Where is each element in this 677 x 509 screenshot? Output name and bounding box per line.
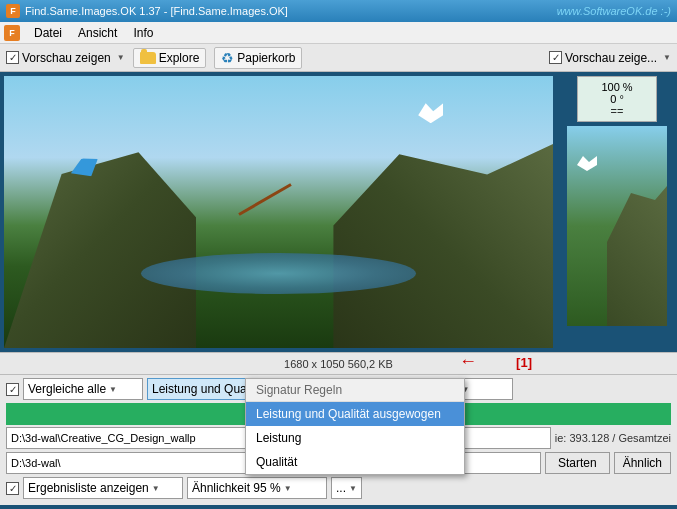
folder-icon: [140, 52, 156, 64]
water-element: [141, 253, 416, 294]
dropdown-menu-container: Signatur Regeln Leistung und Qualität au…: [245, 378, 465, 475]
fantasy-background: [4, 76, 553, 348]
extra-dropdown[interactable]: ... ▼: [331, 477, 362, 499]
dropdown-item-1[interactable]: Leistung: [246, 426, 464, 450]
counter-label: ie: 393.128 / Gesamtzei: [555, 432, 671, 444]
ergebnisliste-dropdown[interactable]: Ergebnisliste anzeigen ▼: [23, 477, 183, 499]
preview-arrow2[interactable]: ▼: [663, 53, 671, 62]
app-title: Find.Same.Images.OK 1.37 - [Find.Same.Im…: [25, 5, 557, 17]
recycle-button[interactable]: ♻ Papierkorb: [214, 47, 302, 69]
extra-value: ...: [336, 481, 346, 495]
preview-right-bird: [577, 156, 597, 171]
bird-seagull: [418, 103, 443, 123]
title-bar: F Find.Same.Images.OK 1.37 - [Find.Same.…: [0, 0, 677, 22]
explore-label: Explore: [159, 51, 200, 65]
aehnlich-button[interactable]: Ähnlich: [614, 452, 671, 474]
preview-check-left[interactable]: ✓ Vorschau zeigen ▼: [6, 51, 125, 65]
preview-label: Vorschau zeigen: [22, 51, 111, 65]
zoom-degrees: 0 °: [586, 93, 648, 105]
menu-info[interactable]: Info: [125, 24, 161, 42]
rock-right: [333, 144, 553, 348]
recycle-icon: ♻: [221, 50, 234, 66]
preview-left: [0, 72, 557, 352]
vergleiche-value: Vergleiche alle: [28, 382, 106, 396]
ergebnisliste-value: Ergebnisliste anzeigen: [28, 481, 149, 495]
aehnlichkeit-dropdown[interactable]: Ähnlichkeit 95 % ▼: [187, 477, 327, 499]
recycle-label: Papierkorb: [237, 51, 295, 65]
dropdown-menu: Signatur Regeln Leistung und Qualität au…: [245, 378, 465, 475]
zoom-equals: ==: [586, 105, 648, 117]
vergleiche-arrow: ▼: [109, 385, 117, 394]
image-dimensions: 1680 x 1050 560,2 KB: [284, 358, 393, 370]
preview-check-right[interactable]: ✓ Vorschau zeige... ▼: [549, 51, 671, 65]
preview-right-image: [567, 126, 667, 326]
aehnlichkeit-value: Ähnlichkeit 95 %: [192, 481, 281, 495]
watermark: www.SoftwareOK.de :-): [557, 5, 671, 17]
preview-right-bg: [567, 126, 667, 326]
toolbar: ✓ Vorschau zeigen ▼ Explore ♻ Papierkorb…: [0, 44, 677, 72]
menu-ansicht[interactable]: Ansicht: [70, 24, 125, 42]
preview-checkbox[interactable]: ✓: [6, 51, 19, 64]
app-icon: F: [6, 4, 20, 18]
spear-element: [238, 184, 291, 217]
vergleiche-check[interactable]: ✓: [6, 383, 19, 396]
image-container-left: [4, 76, 553, 348]
ergebnisliste-arrow: ▼: [152, 484, 160, 493]
aehnlichkeit-arrow: ▼: [284, 484, 292, 493]
ergebnisliste-checkbox[interactable]: ✓: [6, 482, 19, 495]
preview-label2: Vorschau zeige...: [565, 51, 657, 65]
extra-arrow: ▼: [349, 484, 357, 493]
dropdown-menu-header: Signatur Regeln: [246, 379, 464, 402]
explore-button[interactable]: Explore: [133, 48, 207, 68]
menu-datei[interactable]: Datei: [26, 24, 70, 42]
vergleiche-checkbox[interactable]: ✓: [6, 383, 19, 396]
bracket-label: [1]: [516, 355, 532, 370]
rock-left: [4, 130, 196, 348]
preview-arrow[interactable]: ▼: [117, 53, 125, 62]
vergleiche-dropdown[interactable]: Vergleiche alle ▼: [23, 378, 143, 400]
ergebnisliste-check[interactable]: ✓: [6, 482, 19, 495]
menu-app-icon: F: [4, 25, 20, 41]
image-info-bar: 1680 x 1050 560,2 KB ← [1]: [0, 352, 677, 374]
controls-row-4: ✓ Ergebnisliste anzeigen ▼ Ähnlichkeit 9…: [6, 477, 671, 499]
dropdown-item-0[interactable]: Leistung und Qualität ausgewogen: [246, 402, 464, 426]
fantasy-image-left: [4, 76, 553, 348]
main-content: 100 % 0 ° ==: [0, 72, 677, 352]
preview-right: 100 % 0 ° ==: [557, 72, 677, 352]
preview-checkbox-right[interactable]: ✓: [549, 51, 562, 64]
menu-bar: F Datei Ansicht Info: [0, 22, 677, 44]
zoom-percent: 100 %: [586, 81, 648, 93]
preview-right-rock: [607, 186, 667, 326]
starten-button[interactable]: Starten: [545, 452, 610, 474]
red-arrow-icon: ←: [459, 351, 477, 372]
dropdown-item-2[interactable]: Qualität: [246, 450, 464, 474]
zoom-info: 100 % 0 ° ==: [577, 76, 657, 122]
